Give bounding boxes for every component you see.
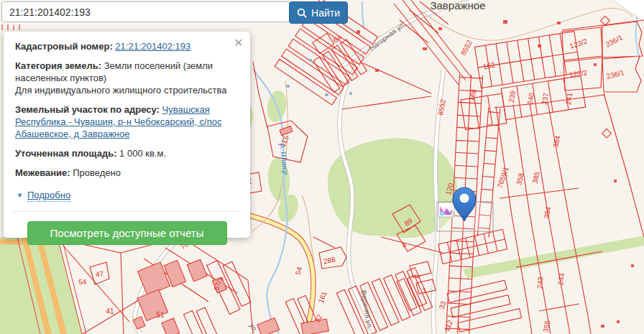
place-label: Завражное bbox=[430, 0, 485, 11]
address-row: Земельный участок по адресу: Чувашская Р… bbox=[15, 103, 239, 140]
details-toggle-link[interactable]: Подробно bbox=[27, 189, 70, 202]
address-label: Земельный участок по адресу: bbox=[15, 104, 160, 115]
parcel-number-label: 243 bbox=[556, 272, 565, 285]
view-reports-button[interactable]: Посмотреть доступные отчеты bbox=[27, 221, 227, 245]
parcel-number-label: 51 bbox=[156, 311, 165, 319]
area-value: 1 000 кв.м. bbox=[119, 148, 166, 159]
survey-value: Проведено bbox=[73, 167, 121, 178]
parcel-number-label: 54 bbox=[78, 278, 87, 287]
search-input[interactable] bbox=[1, 1, 290, 22]
parcel-number-label: 41 bbox=[106, 307, 114, 315]
category-label: Категория земель: bbox=[15, 60, 101, 71]
survey-label: Межевание: bbox=[15, 167, 70, 178]
area-row: Уточненная площадь: 1 000 кв.м. bbox=[15, 147, 239, 159]
cadastral-map-app: 8552855264162166123/2236/1123/2236/12392… bbox=[0, 0, 644, 334]
panel-divider bbox=[12, 211, 242, 212]
parcel-info-panel: × Кадастровый номер: 21:21:201402:193 Ка… bbox=[4, 32, 250, 238]
cadastral-number-link[interactable]: 21:21:201402:193 bbox=[115, 41, 190, 52]
broken-image-icon bbox=[438, 203, 454, 217]
category-note: Для индивидуального жилищного строительс… bbox=[15, 85, 227, 96]
parcel-number-label: 243 bbox=[535, 276, 544, 289]
parcel-number-label: 47 bbox=[95, 269, 104, 279]
chevron-down-icon: ▼ bbox=[17, 190, 23, 202]
search-button[interactable]: Найти bbox=[289, 1, 348, 24]
area-label: Уточненная площадь: bbox=[15, 148, 116, 159]
search-icon bbox=[297, 8, 307, 18]
cadastral-number-row: Кадастровый номер: 21:21:201402:193 bbox=[15, 40, 239, 52]
survey-row: Межевание: Проведено bbox=[15, 167, 239, 179]
settlement-name-label: Завражное bbox=[430, 0, 485, 11]
search-button-label: Найти bbox=[311, 7, 340, 19]
details-toggle-row: ▼ Подробно bbox=[17, 189, 239, 202]
close-icon[interactable]: × bbox=[234, 34, 243, 50]
category-row: Категория земель: Земли поселений (земли… bbox=[15, 60, 239, 96]
cadastral-number-label: Кадастровый номер: bbox=[15, 41, 113, 52]
